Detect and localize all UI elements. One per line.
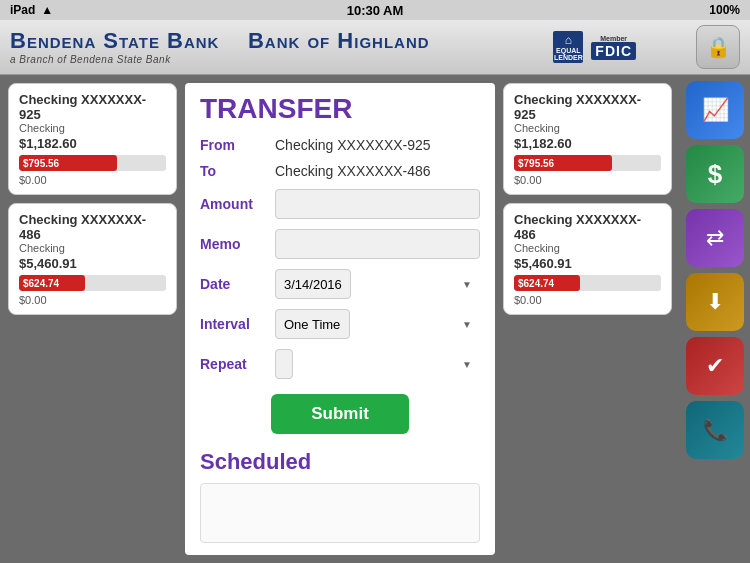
equal-housing-logo: ⌂ EQUALLENDER xyxy=(553,31,583,63)
right-account-type-925: Checking xyxy=(514,122,661,134)
bank2-name: Bank of Highland xyxy=(248,28,430,53)
bank-names: Bendena State Bank Bank of Highland xyxy=(10,29,553,53)
check-button[interactable]: ✔ xyxy=(686,337,744,395)
status-left: iPad ▲ xyxy=(10,3,53,17)
repeat-select-wrapper xyxy=(275,349,480,379)
chart-icon: 📈 xyxy=(702,97,729,123)
date-label: Date xyxy=(200,276,275,292)
right-account-bar-486: $624.74 xyxy=(514,275,580,291)
check-icon: ✔ xyxy=(706,353,724,379)
left-sidebar: Checking XXXXXXX-925 Checking $1,182.60 … xyxy=(0,75,185,563)
left-account-avail-925: $0.00 xyxy=(19,174,166,186)
right-account-type-486: Checking xyxy=(514,242,661,254)
repeat-label: Repeat xyxy=(200,356,275,372)
right-account-bar-925: $795.56 xyxy=(514,155,612,171)
left-account-name-925: Checking XXXXXXX-925 xyxy=(19,92,166,122)
form-row-to: To Checking XXXXXXX-486 xyxy=(200,163,480,179)
to-label: To xyxy=(200,163,275,179)
interval-label: Interval xyxy=(200,316,275,332)
right-account-bar-label-486: $624.74 xyxy=(518,278,554,289)
status-bar: iPad ▲ 10:30 AM 100% xyxy=(0,0,750,20)
header-title-block: Bendena State Bank Bank of Highland a Br… xyxy=(10,29,553,64)
memo-label: Memo xyxy=(200,236,275,252)
icon-bar: 📈 $ ⇄ ⬇ ✔ 📞 xyxy=(680,75,750,563)
right-account-bar-label-925: $795.56 xyxy=(518,158,554,169)
from-value: Checking XXXXXXX-925 xyxy=(275,137,480,153)
status-right: 100% xyxy=(709,3,740,17)
form-row-amount: Amount xyxy=(200,189,480,219)
left-account-bar-925: $795.56 xyxy=(19,155,117,171)
left-account-name-486: Checking XXXXXXX-486 xyxy=(19,212,166,242)
left-account-bar-label-925: $795.56 xyxy=(23,158,59,169)
right-account-card-486: Checking XXXXXXX-486 Checking $5,460.91 … xyxy=(503,203,672,315)
right-account-balance-925: $1,182.60 xyxy=(514,136,661,151)
form-row-date: Date 3/14/2016 xyxy=(200,269,480,299)
left-account-bar-container-925: $795.56 xyxy=(19,155,166,171)
download-icon: ⬇ xyxy=(706,289,724,315)
repeat-select[interactable] xyxy=(275,349,293,379)
header-logos: ⌂ EQUALLENDER Member FDIC xyxy=(553,31,636,63)
left-account-balance-486: $5,460.91 xyxy=(19,256,166,271)
right-account-card-925: Checking XXXXXXX-925 Checking $1,182.60 … xyxy=(503,83,672,195)
wifi-icon: ▲ xyxy=(41,3,53,17)
chart-button[interactable]: 📈 xyxy=(686,81,744,139)
submit-button[interactable]: Submit xyxy=(271,394,409,434)
left-account-card-486: Checking XXXXXXX-486 Checking $5,460.91 … xyxy=(8,203,177,315)
amount-label: Amount xyxy=(200,196,275,212)
right-account-bar-container-486: $624.74 xyxy=(514,275,661,291)
contact-button[interactable]: 📞 xyxy=(686,401,744,459)
lock-button[interactable]: 🔒 xyxy=(696,25,740,69)
amount-input[interactable] xyxy=(275,189,480,219)
interval-select-wrapper: One Time Weekly Monthly Yearly xyxy=(275,309,480,339)
form-row-from: From Checking XXXXXXX-925 xyxy=(200,137,480,153)
right-account-balance-486: $5,460.91 xyxy=(514,256,661,271)
scheduled-list xyxy=(200,483,480,543)
left-account-type-925: Checking xyxy=(19,122,166,134)
date-select[interactable]: 3/14/2016 xyxy=(275,269,351,299)
form-row-interval: Interval One Time Weekly Monthly Yearly xyxy=(200,309,480,339)
form-row-memo: Memo xyxy=(200,229,480,259)
app-header: Bendena State Bank Bank of Highland a Br… xyxy=(0,20,750,75)
form-title: TRANSFER xyxy=(200,93,480,125)
main-content: Checking XXXXXXX-925 Checking $1,182.60 … xyxy=(0,75,750,563)
battery-label: 100% xyxy=(709,3,740,17)
right-sidebar: Checking XXXXXXX-925 Checking $1,182.60 … xyxy=(495,75,680,563)
from-label: From xyxy=(200,137,275,153)
dollar-icon: $ xyxy=(708,159,722,190)
interval-select[interactable]: One Time Weekly Monthly Yearly xyxy=(275,309,350,339)
left-account-bar-label-486: $624.74 xyxy=(23,278,59,289)
transfer-form: TRANSFER From Checking XXXXXXX-925 To Ch… xyxy=(185,83,495,555)
date-select-wrapper: 3/14/2016 xyxy=(275,269,480,299)
transfer-button[interactable]: ⇄ xyxy=(686,209,744,267)
header-subtitle: a Branch of Bendena State Bank xyxy=(10,54,553,65)
transfer-icon: ⇄ xyxy=(706,225,724,251)
right-account-avail-925: $0.00 xyxy=(514,174,661,186)
left-account-bar-container-486: $624.74 xyxy=(19,275,166,291)
ipad-label: iPad xyxy=(10,3,35,17)
scheduled-title: Scheduled xyxy=(200,449,480,475)
fdic-logo: Member FDIC xyxy=(591,35,636,60)
status-time: 10:30 AM xyxy=(347,3,404,18)
left-account-avail-486: $0.00 xyxy=(19,294,166,306)
download-button[interactable]: ⬇ xyxy=(686,273,744,331)
right-account-name-925: Checking XXXXXXX-925 xyxy=(514,92,661,122)
right-account-avail-486: $0.00 xyxy=(514,294,661,306)
right-account-bar-container-925: $795.56 xyxy=(514,155,661,171)
left-account-type-486: Checking xyxy=(19,242,166,254)
lock-icon: 🔒 xyxy=(706,35,731,59)
dollar-button[interactable]: $ xyxy=(686,145,744,203)
left-account-card-925: Checking XXXXXXX-925 Checking $1,182.60 … xyxy=(8,83,177,195)
left-account-bar-486: $624.74 xyxy=(19,275,85,291)
contact-icon: 📞 xyxy=(703,418,728,442)
form-row-repeat: Repeat xyxy=(200,349,480,379)
to-value: Checking XXXXXXX-486 xyxy=(275,163,480,179)
right-account-name-486: Checking XXXXXXX-486 xyxy=(514,212,661,242)
memo-input[interactable] xyxy=(275,229,480,259)
left-account-balance-925: $1,182.60 xyxy=(19,136,166,151)
bank1-name: Bendena State Bank xyxy=(10,28,219,53)
